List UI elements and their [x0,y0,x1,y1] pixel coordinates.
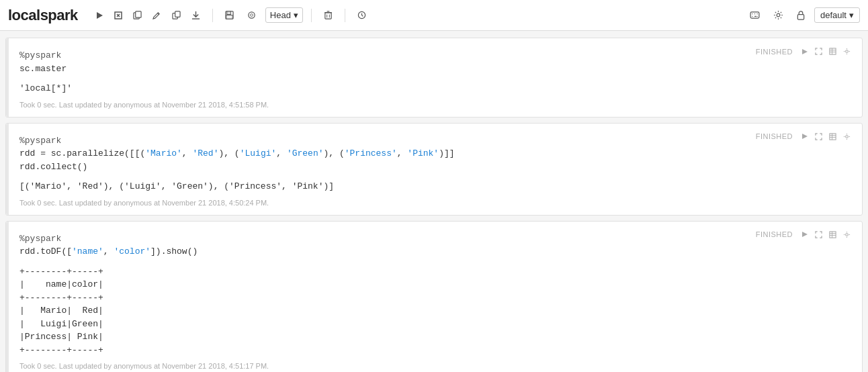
str-name: 'name' [72,246,103,257]
separator-2 [311,9,312,22]
svg-point-15 [250,14,253,17]
play-button[interactable] [91,9,107,22]
code-line: sc.master [19,64,67,74]
svg-point-36 [846,50,849,53]
cell-1-expand-btn[interactable] [813,46,824,56]
copy-cell-button[interactable] [129,8,146,22]
cell-1-table-btn[interactable] [827,46,838,56]
svg-rect-16 [325,13,331,19]
svg-rect-30 [797,14,804,19]
default-dropdown[interactable]: default ▾ [814,7,860,23]
cell-2-header: %pyspark rdd = sc.parallelize([[('Mario'… [19,132,853,174]
save-button[interactable] [221,8,238,22]
svg-rect-44 [830,231,836,237]
svg-point-14 [249,12,255,18]
cell-3-controls: FINISHED [756,230,853,240]
svg-rect-8 [175,11,179,17]
app-logo: localspark [8,7,78,24]
code-toDf: rdd.toDF([ [19,246,72,257]
cell-2-gear-btn[interactable] [841,132,853,142]
code-collect: rdd.collect() [19,162,87,172]
default-arrow: ▾ [849,10,854,20]
download-button[interactable] [187,8,204,22]
cell-3-output: +--------+-----+ | name|color| +--------… [19,265,853,357]
lock-button[interactable] [793,8,809,23]
svg-point-48 [846,233,849,236]
history-button[interactable] [353,8,370,22]
svg-rect-13 [226,15,232,19]
svg-marker-31 [802,49,808,54]
cell-1-code: %pyspark sc.master [19,49,67,75]
cell-1: %pyspark sc.master FINISHED [5,38,863,118]
cell-2-output: [('Mario', 'Red'), ('Luigi', 'Green'), (… [19,180,853,193]
str-luigi: 'Luigi' [240,148,277,158]
svg-point-29 [777,13,780,17]
magic-keyword-2: %pyspark [19,136,61,146]
cell-3-header: %pyspark rdd.toDF(['name', 'color']).sho… [19,230,853,259]
interrupt-button[interactable] [110,9,126,22]
svg-rect-32 [830,48,836,54]
code-rdd: rdd = sc.parallelize([[( [19,148,145,158]
svg-marker-43 [802,232,808,237]
cell-2-run-btn[interactable] [799,132,810,141]
cell-1-footer: Took 0 sec. Last updated by anonymous at… [19,101,853,109]
cell-1-run-btn[interactable] [799,47,810,56]
svg-rect-12 [227,11,231,15]
str-pink: 'Pink' [407,148,439,158]
cell-bar-3 [6,222,9,373]
str-red: 'Red' [192,148,218,158]
cell-3-table-btn[interactable] [827,230,838,240]
str-mario: 'Mario' [145,148,182,158]
duplicate-button[interactable] [168,8,185,22]
cell-2-table-btn[interactable] [827,132,838,142]
separator-1 [212,9,213,22]
magic-keyword: %pyspark [19,50,61,60]
cell-3-code: %pyspark rdd.toDF(['name', 'color']).sho… [19,232,198,259]
svg-point-42 [846,135,849,138]
head-dropdown[interactable]: Head ▾ [265,7,303,23]
magic-keyword-3: %pyspark [19,234,61,244]
cell-bar-2 [6,124,9,215]
trash-button[interactable] [320,8,337,22]
keyboard-button[interactable] [746,9,764,21]
cell-2: %pyspark rdd = sc.parallelize([[('Mario'… [5,123,863,216]
cell-2-status: FINISHED [756,132,793,140]
cell-3-run-btn[interactable] [799,230,810,239]
head-dropdown-arrow: ▾ [294,10,298,20]
str-princess: 'Princess' [345,148,397,158]
svg-marker-37 [802,134,808,139]
cell-2-expand-btn[interactable] [813,132,824,142]
cell-3: %pyspark rdd.toDF(['name', 'color']).sho… [5,221,863,373]
cell-3-gear-btn[interactable] [841,230,853,240]
toolbar-left-group [91,8,204,22]
cell-1-output: 'local[*]' [19,82,853,95]
svg-rect-5 [136,11,141,17]
cell-2-code: %pyspark rdd = sc.parallelize([[('Mario'… [19,134,455,174]
separator-3 [345,9,345,22]
cell-3-footer: Took 0 sec. Last updated by anonymous at… [19,362,853,370]
cell-bar-1 [6,38,9,117]
edit-button[interactable] [148,8,165,22]
svg-marker-0 [97,12,103,19]
main-toolbar: localspark Head [0,0,868,31]
settings-button[interactable] [769,7,787,23]
cell-3-status: FINISHED [756,230,793,238]
cell-1-header: %pyspark sc.master FINISHED [19,46,853,75]
str-color: 'color' [114,246,150,257]
cell-2-footer: Took 0 sec. Last updated by anonymous at… [19,199,853,207]
svg-rect-38 [830,133,836,139]
str-green: 'Green' [287,148,324,158]
cell-1-controls: FINISHED [756,46,853,56]
cell-1-gear-btn[interactable] [841,46,853,56]
cell-3-expand-btn[interactable] [813,230,824,240]
toolbar-right: default ▾ [746,7,860,23]
cell-1-status: FINISHED [756,48,793,56]
default-label: default [820,10,847,20]
cell-2-controls: FINISHED [756,132,853,142]
cell-settings-button[interactable] [243,8,260,22]
svg-rect-22 [750,12,759,18]
head-label: Head [270,10,291,20]
notebook-content: %pyspark sc.master FINISHED [0,31,868,372]
